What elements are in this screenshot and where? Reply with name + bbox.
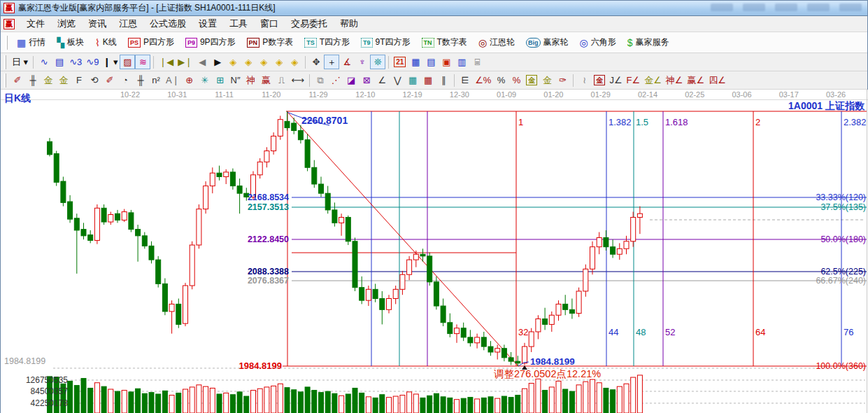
- gold-circle-icon[interactable]: 金: [524, 73, 539, 88]
- shen-angle-icon[interactable]: 神∠: [664, 73, 685, 88]
- candle-style-dropdown[interactable]: ❙ ▾: [101, 55, 120, 69]
- gann-shape-icon[interactable]: ♆: [355, 55, 370, 69]
- trend-curve-icon[interactable]: ∿: [36, 55, 52, 69]
- grid-arrow-icon[interactable]: ▦: [420, 73, 436, 88]
- volume-profile-icon[interactable]: ≋: [135, 55, 150, 69]
- crosshair-icon[interactable]: ＋: [324, 55, 339, 69]
- pattern-icon[interactable]: ▨: [120, 55, 135, 69]
- p-square-button[interactable]: PSP四方形: [122, 34, 180, 50]
- fan-box-icon[interactable]: ◪: [343, 73, 359, 88]
- menu-item-8[interactable]: 窗口: [254, 16, 285, 31]
- hexagon-button[interactable]: ◎六角形: [574, 34, 622, 50]
- spiral-icon[interactable]: ⟲: [87, 73, 102, 88]
- ying-angle-icon[interactable]: 赢∠: [685, 73, 707, 88]
- t-number-button[interactable]: TNT数字表: [416, 34, 473, 50]
- menu-item-5[interactable]: 公式选股: [143, 16, 192, 31]
- si-angle-icon[interactable]: 四∠: [706, 73, 728, 88]
- gold-comb2-icon[interactable]: 金: [56, 73, 71, 88]
- menu-item-10[interactable]: 帮助: [334, 16, 364, 31]
- gann-wheel-button[interactable]: ◎江恩轮: [473, 34, 520, 50]
- brush2-icon[interactable]: ✑: [555, 73, 570, 88]
- width-measure-icon[interactable]: ⟷: [290, 73, 307, 88]
- zoom-h-icon[interactable]: ◈: [256, 55, 271, 69]
- pan-hand-icon[interactable]: ✥: [308, 55, 324, 69]
- fan-lines-icon[interactable]: ⋰: [328, 73, 343, 88]
- t-square-button[interactable]: TST四方形: [299, 34, 355, 50]
- a-line-icon[interactable]: A❘: [164, 73, 182, 88]
- percent-icon[interactable]: %: [493, 73, 508, 88]
- zoom-in-icon[interactable]: ◈: [271, 55, 287, 69]
- info-panel-icon[interactable]: ▤: [52, 55, 67, 69]
- menu-item-1[interactable]: 文件: [20, 16, 51, 31]
- parallel-lines-icon[interactable]: ∥: [436, 73, 451, 88]
- shift-right-icon[interactable]: ◈: [241, 55, 256, 69]
- brush-comb-icon[interactable]: ✐: [102, 73, 118, 88]
- calculator-icon[interactable]: ▦: [408, 55, 423, 69]
- j-angle-icon[interactable]: J∠: [607, 73, 624, 88]
- quotes-button[interactable]: ▦行情: [11, 34, 51, 50]
- wave-box-icon[interactable]: ≀: [576, 73, 592, 88]
- ying-grid-icon[interactable]: 赢: [259, 73, 274, 88]
- sectors-button[interactable]: ▚板块: [51, 34, 90, 50]
- computer-icon[interactable]: ⌸: [469, 55, 485, 69]
- f-angle-icon[interactable]: F∠: [625, 73, 643, 88]
- menu-item-7[interactable]: 工具: [223, 16, 254, 31]
- eraser-pen-icon[interactable]: ✐: [10, 73, 25, 88]
- n-quote-icon[interactable]: Ν″: [228, 73, 243, 88]
- notes-icon[interactable]: ▤: [423, 55, 439, 69]
- menu-item-3[interactable]: 资讯: [82, 16, 113, 31]
- box-select-icon[interactable]: ⧉: [313, 73, 328, 88]
- winner-service-button[interactable]: $赢家服务: [622, 34, 675, 50]
- toolbar-grip[interactable]: [4, 55, 6, 69]
- ruler-123-icon[interactable]: ⎍: [274, 73, 290, 88]
- comb-plain-icon[interactable]: ╫: [133, 73, 148, 88]
- gold-comb-icon[interactable]: 金: [41, 73, 56, 88]
- brain-icon[interactable]: ❊: [370, 55, 385, 69]
- gold-line-icon[interactable]: 金: [539, 73, 555, 88]
- menu-item-9[interactable]: 交易委托: [285, 16, 334, 31]
- winner-wheel-button[interactable]: Big赢家轮: [520, 34, 574, 50]
- menu-item-4[interactable]: 江恩: [113, 16, 143, 31]
- prev-bar-icon[interactable]: ◀: [194, 55, 210, 69]
- f-comb-icon[interactable]: F: [71, 73, 87, 88]
- gann-comb-icon[interactable]: ╫: [25, 73, 41, 88]
- menu-item-2[interactable]: 浏览: [51, 16, 82, 31]
- period-day-dropdown[interactable]: 日 ▾: [10, 55, 30, 69]
- p9-square-button[interactable]: P99P四方形: [180, 34, 241, 50]
- go-last-icon[interactable]: ▶❘: [176, 55, 194, 69]
- compass-icon[interactable]: ⊕: [182, 73, 197, 88]
- zoom-all-icon[interactable]: ◈: [287, 55, 302, 69]
- titlebar[interactable]: 赢 赢家江恩专业版[赢家内部服务平台] - [上证指数 SH1A0001-111…: [1, 1, 867, 16]
- percent-angle-icon[interactable]: ∠%: [473, 73, 493, 88]
- p-number-button[interactable]: PNP数字表: [241, 34, 299, 50]
- export-disk-icon[interactable]: ▥: [454, 55, 469, 69]
- percent-line-icon[interactable]: %: [508, 73, 524, 88]
- grid-dense-icon[interactable]: ▦: [405, 73, 420, 88]
- fib-levels-icon[interactable]: ⋿: [457, 73, 473, 88]
- shift-left-icon[interactable]: ◈: [225, 55, 241, 69]
- clock-cycle-icon[interactable]: ◔: [118, 73, 133, 88]
- next-bar-icon[interactable]: ▶: [210, 55, 225, 69]
- wave-9-icon[interactable]: ∿9: [84, 55, 101, 69]
- gold-angle-icon[interactable]: 金∠: [642, 73, 664, 88]
- gold-box-icon[interactable]: 金: [592, 73, 607, 88]
- speed-angles-icon[interactable]: ∠: [374, 73, 390, 88]
- kline-chart[interactable]: 1321.382441.5481.618522642.3827612675053…: [1, 90, 868, 413]
- star-grid-icon[interactable]: ✳: [197, 73, 213, 88]
- shen-grid-icon[interactable]: 神: [243, 73, 259, 88]
- n2-cycle-icon[interactable]: n²: [148, 73, 164, 88]
- toolbar-grip[interactable]: [6, 36, 8, 50]
- go-first-icon[interactable]: ❘◀: [157, 55, 176, 69]
- fan-square-icon[interactable]: ⊠: [359, 73, 374, 88]
- save-icon[interactable]: ▣: [439, 55, 454, 69]
- menu-item-6[interactable]: 设置: [192, 16, 223, 31]
- wave-3-icon[interactable]: ∿3: [67, 55, 84, 69]
- zigzag-icon[interactable]: ⋁: [390, 73, 405, 88]
- candle-body: [501, 349, 506, 358]
- t9-square-button[interactable]: T99T四方形: [355, 34, 416, 50]
- kline-button[interactable]: ⌇K线: [90, 34, 122, 50]
- angle-measure-icon[interactable]: ∡: [339, 55, 355, 69]
- toolbar-grip[interactable]: [4, 74, 6, 88]
- calendar-icon[interactable]: 21: [392, 55, 408, 69]
- square-grid-icon[interactable]: ⊞: [213, 73, 228, 88]
